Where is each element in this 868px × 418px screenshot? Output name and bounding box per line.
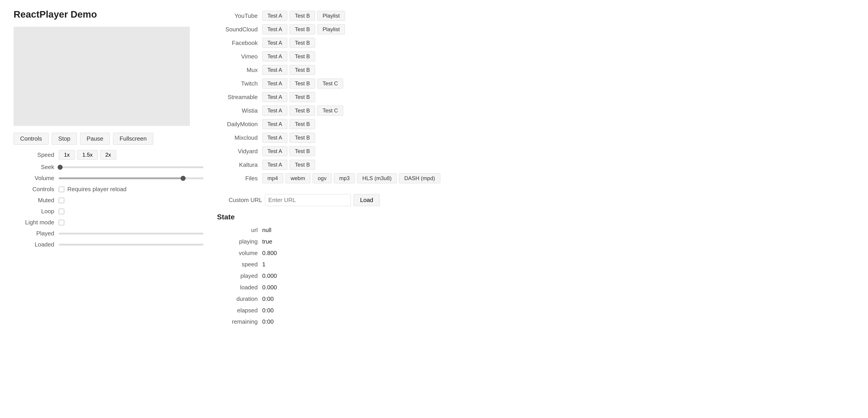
controls-requires-label: Requires player reload — [67, 186, 127, 193]
loaded-label: Loaded — [13, 241, 54, 248]
source-btn-youtube-1[interactable]: Test B — [289, 11, 315, 21]
source-btns-kaltura: Test ATest B — [262, 158, 855, 172]
state-loaded-value: 0.000 — [262, 282, 855, 293]
source-btn-kaltura-1[interactable]: Test B — [289, 160, 315, 170]
source-btn-streamable-0[interactable]: Test A — [262, 92, 287, 102]
state-elapsed-value: 0:00 — [262, 305, 855, 316]
speed-2x-button[interactable]: 2x — [100, 150, 116, 160]
source-name-youtube: YouTube — [217, 10, 262, 22]
source-btns-vimeo: Test ATest B — [262, 50, 855, 63]
speed-row: Speed 1x 1.5x 2x — [13, 150, 204, 160]
source-btn-wistia-2[interactable]: Test C — [317, 106, 343, 115]
source-name-vidyard: Vidyard — [217, 146, 262, 157]
source-btn-facebook-1[interactable]: Test B — [289, 38, 315, 48]
source-name-facebook: Facebook — [217, 37, 262, 49]
state-played-value: 0.000 — [262, 271, 855, 281]
source-btn-files-3[interactable]: mp3 — [334, 173, 355, 183]
loop-label: Loop — [13, 208, 54, 215]
video-player — [13, 27, 190, 126]
source-name-kaltura: Kaltura — [217, 159, 262, 171]
source-btn-files-4[interactable]: HLS (m3u8) — [357, 173, 397, 183]
speed-label: Speed — [13, 151, 54, 159]
state-speed-key: speed — [217, 259, 262, 270]
source-btn-wistia-1[interactable]: Test B — [289, 106, 315, 115]
source-btns-soundcloud: Test ATest BPlaylist — [262, 23, 855, 36]
volume-label: Volume — [13, 175, 54, 182]
controls-button[interactable]: Controls — [13, 133, 49, 145]
state-loaded-key: loaded — [217, 282, 262, 293]
source-name-streamable: Streamable — [217, 92, 262, 103]
played-label: Played — [13, 230, 54, 237]
loaded-row: Loaded — [13, 241, 204, 248]
light-mode-checkbox[interactable] — [59, 220, 64, 225]
source-btn-vimeo-1[interactable]: Test B — [289, 51, 315, 61]
fullscreen-button[interactable]: Fullscreen — [113, 133, 153, 145]
source-btns-facebook: Test ATest B — [262, 36, 855, 50]
source-btns-youtube: Test ATest BPlaylist — [262, 9, 855, 23]
state-speed-value: 1 — [262, 259, 855, 270]
source-btn-vidyard-0[interactable]: Test A — [262, 146, 287, 156]
source-name-dailymotion: DailyMotion — [217, 118, 262, 130]
source-btns-mux: Test ATest B — [262, 63, 855, 77]
source-btn-facebook-0[interactable]: Test A — [262, 38, 287, 48]
controls2-label: Controls — [13, 186, 54, 193]
state-title: State — [217, 213, 855, 221]
controls-checkbox-wrapper: Requires player reload — [59, 186, 127, 193]
controls-checkbox-row: Controls Requires player reload — [13, 186, 204, 193]
source-btn-soundcloud-2[interactable]: Playlist — [317, 24, 345, 34]
source-btns-dailymotion: Test ATest B — [262, 117, 855, 131]
muted-checkbox[interactable] — [59, 198, 64, 203]
source-btn-soundcloud-1[interactable]: Test B — [289, 24, 315, 34]
source-btn-twitch-2[interactable]: Test C — [317, 78, 343, 89]
source-btn-files-0[interactable]: mp4 — [262, 173, 283, 183]
source-btn-vimeo-0[interactable]: Test A — [262, 51, 287, 61]
controls-row: Controls Stop Pause Fullscreen — [13, 133, 204, 145]
source-btn-files-2[interactable]: ogv — [313, 173, 332, 183]
state-played-key: played — [217, 271, 262, 281]
source-btn-mixcloud-0[interactable]: Test A — [262, 133, 287, 143]
source-btn-soundcloud-0[interactable]: Test A — [262, 24, 287, 34]
source-btn-mux-1[interactable]: Test B — [289, 65, 315, 75]
state-playing-value: true — [262, 236, 855, 247]
speed-1-5x-button[interactable]: 1.5x — [77, 150, 98, 160]
source-name-wistia: Wistia — [217, 105, 262, 116]
seek-slider[interactable] — [59, 166, 204, 168]
source-btn-wistia-0[interactable]: Test A — [262, 106, 287, 115]
page-title: ReactPlayer Demo — [13, 9, 204, 20]
played-bar — [59, 233, 204, 235]
light-mode-row: Light mode — [13, 219, 204, 226]
source-btn-streamable-1[interactable]: Test B — [289, 92, 315, 102]
custom-url-input[interactable] — [265, 194, 351, 206]
custom-url-label: Custom URL — [217, 197, 262, 204]
speed-1x-button[interactable]: 1x — [59, 150, 75, 160]
source-btn-kaltura-0[interactable]: Test A — [262, 160, 287, 170]
state-duration-key: duration — [217, 293, 262, 304]
source-btn-youtube-2[interactable]: Playlist — [317, 11, 345, 21]
source-btn-twitch-0[interactable]: Test A — [262, 78, 287, 89]
state-playing-key: playing — [217, 236, 262, 247]
source-btn-files-1[interactable]: webm — [285, 173, 310, 183]
pause-button[interactable]: Pause — [80, 133, 110, 145]
source-btn-vidyard-1[interactable]: Test B — [289, 146, 315, 156]
controls-checkbox[interactable] — [59, 187, 64, 192]
source-btn-dailymotion-0[interactable]: Test A — [262, 119, 287, 129]
muted-label: Muted — [13, 197, 54, 204]
source-btn-files-5[interactable]: DASH (mpd) — [399, 173, 440, 183]
load-button[interactable]: Load — [353, 194, 380, 206]
source-btns-streamable: Test ATest B — [262, 90, 855, 104]
source-name-files: Files — [217, 173, 262, 184]
source-btn-youtube-0[interactable]: Test A — [262, 11, 287, 21]
loop-checkbox[interactable] — [59, 209, 64, 214]
state-volume-value: 0.800 — [262, 248, 855, 258]
light-mode-label: Light mode — [13, 219, 54, 226]
loop-row: Loop — [13, 208, 204, 215]
seek-row: Seek — [13, 164, 204, 171]
state-url-value: null — [262, 225, 855, 235]
source-btn-mux-0[interactable]: Test A — [262, 65, 287, 75]
volume-slider[interactable] — [59, 177, 204, 179]
volume-row: Volume — [13, 175, 204, 182]
source-btn-dailymotion-1[interactable]: Test B — [289, 119, 315, 129]
source-btn-twitch-1[interactable]: Test B — [289, 78, 315, 89]
stop-button[interactable]: Stop — [52, 133, 77, 145]
source-btn-mixcloud-1[interactable]: Test B — [289, 133, 315, 143]
